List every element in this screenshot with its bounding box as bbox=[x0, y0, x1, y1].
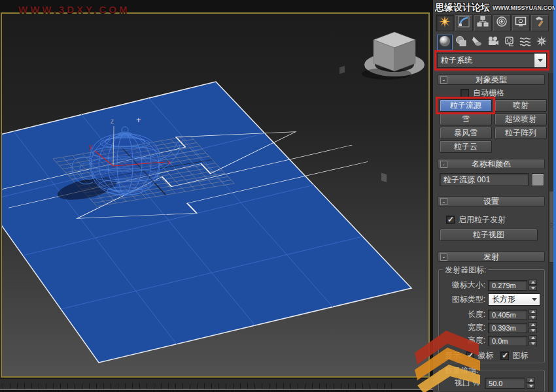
length-field[interactable]: 0.405m bbox=[488, 310, 527, 320]
viewport-pct-field[interactable]: 50.0 bbox=[485, 378, 525, 389]
category-dropdown[interactable]: 粒子系统 bbox=[437, 53, 547, 68]
viewport-pct-spinner[interactable] bbox=[527, 378, 535, 389]
hammer-icon bbox=[534, 16, 546, 30]
rollout-emission-header[interactable]: - 发射 bbox=[438, 252, 545, 262]
watermark-topright: 思缘设计论坛 WWW.MISSYUAN.COM bbox=[435, 1, 555, 14]
tape-measure-icon bbox=[504, 35, 515, 50]
create-categories bbox=[437, 35, 549, 51]
icon-type-label: 图标类型: bbox=[442, 294, 485, 305]
cube-ring-logo bbox=[339, 32, 425, 182]
object-color-swatch[interactable] bbox=[532, 173, 544, 186]
rollout-name-color: - 名称和颜色 bbox=[438, 159, 545, 169]
axis-y-label: y bbox=[89, 143, 92, 150]
icon-type-dropdown[interactable]: 长方形 bbox=[488, 293, 540, 306]
enable-emission-label: 启用粒子发射 bbox=[459, 214, 506, 225]
display-logo-label: 徽标 bbox=[478, 350, 493, 361]
hierarchy-icon bbox=[477, 16, 489, 30]
spin-up-icon[interactable] bbox=[529, 309, 537, 314]
waves-icon bbox=[519, 35, 531, 50]
create-tab[interactable] bbox=[436, 14, 454, 31]
width-label: 宽度: bbox=[442, 322, 485, 333]
cameras-category[interactable] bbox=[485, 35, 501, 50]
systems-gear-icon bbox=[536, 35, 547, 50]
watermark-topleft: WWW.3DXY.COM bbox=[18, 4, 130, 15]
length-label: 长度: bbox=[442, 309, 485, 320]
systems-category[interactable] bbox=[534, 35, 549, 50]
emitter-icon-group-label: 发射器图标: bbox=[443, 265, 488, 276]
spin-down-icon[interactable] bbox=[527, 384, 535, 389]
particle-view-button[interactable]: 粒子视图 bbox=[440, 229, 538, 241]
autogrid-row: 自动栅格 bbox=[460, 88, 504, 99]
perspective-viewport[interactable]: z x y + bbox=[1, 12, 430, 378]
button-super-spray[interactable]: 超级喷射 bbox=[495, 113, 547, 125]
rollout-title: 发射 bbox=[438, 252, 544, 263]
button-snow[interactable]: 雪 bbox=[440, 113, 492, 125]
button-pf-source[interactable]: 粒子流源 bbox=[440, 99, 492, 112]
dropdown-arrow-button[interactable] bbox=[534, 54, 546, 67]
display-tab[interactable] bbox=[512, 14, 530, 31]
viewport-area: WWW.3DXY.COM bbox=[0, 0, 433, 392]
spin-down-icon[interactable] bbox=[529, 286, 537, 291]
hierarchy-tab[interactable] bbox=[474, 14, 492, 31]
rollout-object-type-header[interactable]: - 对象类型 bbox=[438, 74, 545, 85]
motion-tab[interactable] bbox=[493, 14, 511, 31]
display-icon-checkbox[interactable] bbox=[500, 351, 509, 360]
track-bar[interactable] bbox=[0, 378, 433, 390]
geometry-category[interactable] bbox=[437, 35, 453, 50]
button-spray[interactable]: 喷射 bbox=[495, 99, 547, 112]
collapse-icon[interactable]: - bbox=[440, 198, 447, 205]
object-name-field[interactable]: 粒子流源 001 bbox=[440, 173, 529, 186]
display-label: 显示: bbox=[445, 350, 462, 361]
viewport-pct-label: 视口 % bbox=[455, 378, 479, 389]
shapes-category[interactable] bbox=[453, 35, 469, 50]
collapse-icon[interactable]: - bbox=[440, 253, 447, 261]
height-spinner[interactable] bbox=[529, 335, 537, 346]
utilities-tab[interactable] bbox=[530, 14, 549, 31]
spin-up-icon[interactable] bbox=[527, 378, 535, 383]
icon-type-row: 图标类型: 长方形 bbox=[442, 293, 544, 306]
display-monitor-icon bbox=[515, 16, 527, 30]
rollout-setup-header[interactable]: - 设置 bbox=[438, 196, 545, 206]
enable-emission-checkbox[interactable] bbox=[446, 216, 455, 224]
spin-down-icon[interactable] bbox=[529, 341, 537, 346]
space-warps-category[interactable] bbox=[518, 35, 534, 50]
length-spinner[interactable] bbox=[529, 309, 537, 320]
lights-category[interactable] bbox=[469, 35, 485, 50]
axis-z-label: z bbox=[111, 118, 114, 125]
autogrid-label: 自动栅格 bbox=[473, 88, 504, 99]
autogrid-checkbox[interactable] bbox=[460, 89, 469, 97]
category-dropdown-value: 粒子系统 bbox=[438, 55, 534, 66]
rollout-setup: - 设置 bbox=[438, 196, 545, 206]
axis-x-label: x bbox=[167, 159, 171, 166]
width-field[interactable]: 0.393m bbox=[488, 323, 527, 333]
logo-size-spinner[interactable] bbox=[529, 280, 537, 291]
helpers-category[interactable] bbox=[502, 35, 517, 50]
display-logo-checkbox[interactable] bbox=[466, 351, 474, 360]
button-particle-cloud[interactable]: 粒子云 bbox=[440, 140, 492, 153]
spin-up-icon[interactable] bbox=[529, 322, 537, 327]
rollout-name-color-header[interactable]: - 名称和颜色 bbox=[438, 159, 545, 169]
motion-icon bbox=[496, 16, 508, 30]
icon-type-value: 长方形 bbox=[489, 294, 529, 305]
width-spinner[interactable] bbox=[529, 322, 537, 333]
spin-down-icon[interactable] bbox=[529, 328, 537, 333]
enable-emission-row: 启用粒子发射 bbox=[446, 214, 506, 225]
collapse-icon[interactable]: - bbox=[440, 161, 447, 168]
spin-down-icon[interactable] bbox=[529, 315, 537, 320]
plus-marker: + bbox=[136, 115, 141, 125]
modify-curve-icon bbox=[458, 16, 470, 30]
panel-scrollbar[interactable] bbox=[548, 73, 553, 392]
3dsmax-window: WWW.3DXY.COM bbox=[0, 0, 556, 392]
button-blizzard[interactable]: 暴风雪 bbox=[440, 127, 492, 139]
button-particle-array[interactable]: 粒子阵列 bbox=[495, 127, 547, 139]
width-row: 宽度: 0.393m bbox=[442, 322, 544, 333]
spin-up-icon[interactable] bbox=[529, 335, 537, 340]
spin-up-icon[interactable] bbox=[529, 280, 537, 285]
sphere-icon bbox=[439, 35, 451, 50]
rollout-title: 设置 bbox=[438, 196, 544, 207]
height-field[interactable]: 0.0m bbox=[488, 336, 527, 346]
collapse-icon[interactable]: - bbox=[440, 76, 447, 84]
track-bar-baseline bbox=[0, 389, 433, 390]
logo-size-field[interactable]: 0.279m bbox=[488, 280, 527, 291]
modify-tab[interactable] bbox=[455, 14, 473, 31]
